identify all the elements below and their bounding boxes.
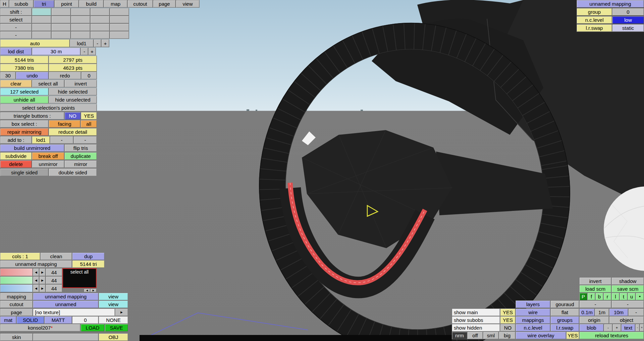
blue-channel-slider[interactable] <box>0 284 33 292</box>
lod-dist-minus[interactable]: - <box>80 48 88 55</box>
lod1-button[interactable]: lod1 <box>70 39 94 47</box>
clean-button[interactable]: clean <box>40 252 72 260</box>
double-sided-button[interactable]: double sided <box>49 168 97 176</box>
red-channel-slider[interactable] <box>0 268 33 276</box>
obj-button[interactable]: OBJ <box>99 333 128 341</box>
shadow-button[interactable]: shadow <box>611 277 644 285</box>
nc-level-button[interactable]: n.c.level <box>516 324 550 332</box>
lod-plus-button[interactable]: + <box>101 39 109 47</box>
invert-button[interactable]: invert <box>64 80 97 88</box>
clear-button[interactable]: clear <box>0 80 32 88</box>
load-scm-button[interactable]: load scm <box>579 285 611 293</box>
mapping-view-button[interactable]: view <box>99 293 128 300</box>
view-t-button[interactable]: t <box>620 293 628 300</box>
nrm-sml-button[interactable]: sml <box>483 332 499 339</box>
select-selections-points-button[interactable]: select selection's points <box>0 104 97 112</box>
menu-tab-tri-active[interactable]: tri <box>34 0 54 8</box>
delete-button[interactable]: delete <box>0 160 32 168</box>
wire-overlay-toggle[interactable]: YES <box>566 332 579 339</box>
red-next-button[interactable]: ► <box>39 268 46 276</box>
view-p-button[interactable]: P <box>579 293 587 300</box>
filename-field[interactable]: konsol207* <box>0 324 80 332</box>
triangle-buttons-yes-toggle[interactable]: YES <box>81 112 97 120</box>
texture-next-button[interactable]: ► <box>115 308 128 316</box>
texture-field[interactable]: [no texture] <box>33 308 115 316</box>
load-button[interactable]: LOAD <box>80 324 105 332</box>
preview-prev-button[interactable]: ◄ <box>84 289 90 292</box>
grid-dash-button[interactable]: - <box>628 308 644 316</box>
origin-button[interactable]: origin <box>579 316 609 324</box>
gouraud-button[interactable]: gouraud <box>550 300 579 308</box>
nc-level-value[interactable]: low <box>612 16 644 24</box>
object-button[interactable]: object <box>609 316 644 324</box>
save-scm-button[interactable]: save scm <box>611 285 644 293</box>
dup-button[interactable]: dup <box>72 252 105 260</box>
texture-preview-box[interactable]: select all <box>62 268 97 288</box>
lod-dist-plus[interactable]: + <box>88 48 96 55</box>
blue-prev-button[interactable]: ◄ <box>33 284 39 292</box>
wire-button[interactable]: wire <box>516 308 550 316</box>
mirror-button[interactable]: mirror <box>64 160 97 168</box>
menu-item-map[interactable]: map <box>104 0 127 8</box>
layers-dash1-button[interactable]: - <box>579 300 611 308</box>
blob-button[interactable]: blob <box>579 324 604 332</box>
green-channel-slider[interactable] <box>0 276 33 284</box>
wire-overlay-button[interactable]: wire overlay <box>516 332 566 339</box>
lr-swap-button[interactable]: l.r.swap <box>550 324 579 332</box>
grid-1m-button[interactable]: 1m <box>595 308 609 316</box>
skin-button[interactable]: skin <box>0 333 33 341</box>
flip-tris-button[interactable]: flip tris <box>64 144 97 152</box>
single-sided-button[interactable]: single sided <box>0 168 49 176</box>
view-u-button[interactable]: u <box>628 293 636 300</box>
menu-item-subob[interactable]: subob <box>9 0 34 8</box>
text-button[interactable]: text <box>621 324 635 332</box>
shift-value-field[interactable] <box>32 8 51 16</box>
flat-button[interactable]: flat <box>550 308 579 316</box>
add-to-lod1-button[interactable]: lod1 <box>32 136 50 144</box>
groups-button[interactable]: groups <box>550 316 579 324</box>
add-to-dash1-button[interactable]: - <box>50 136 73 144</box>
duplicate-button[interactable]: duplicate <box>64 152 97 160</box>
blue-next-button[interactable]: ► <box>39 284 46 292</box>
menu-item-h[interactable]: H <box>0 0 9 8</box>
menu-item-page[interactable]: page <box>153 0 176 8</box>
triangle-buttons-no-toggle[interactable]: NO <box>64 112 81 120</box>
view-f-button[interactable]: f <box>587 293 595 300</box>
nrm-button[interactable]: nrm <box>452 332 467 339</box>
reduce-detail-button[interactable]: reduce detail <box>49 128 97 136</box>
build-unmirrored-button[interactable]: build unmirrored <box>0 144 64 152</box>
show-hidden-toggle[interactable]: NO <box>500 324 516 332</box>
add-to-dash2-button[interactable]: - <box>73 136 97 144</box>
mat-zero-value[interactable]: 0 <box>72 316 99 324</box>
show-main-toggle[interactable]: YES <box>500 308 516 316</box>
box-select-facing-button[interactable]: facing <box>49 120 80 128</box>
text-minus-button[interactable]: - <box>635 324 640 332</box>
cutout-view-button[interactable]: view <box>99 300 128 308</box>
redo-button[interactable]: redo <box>49 72 81 79</box>
hide-selected-button[interactable]: hide selected <box>49 88 97 96</box>
green-next-button[interactable]: ► <box>39 276 46 284</box>
mappings-button[interactable]: mappings <box>516 316 550 324</box>
lod-dist-button[interactable]: lod dist <box>0 48 32 55</box>
grid-10m-button[interactable]: 10m <box>609 308 628 316</box>
blob-minus-button[interactable]: - <box>604 324 612 332</box>
view-r-button[interactable]: r <box>603 293 611 300</box>
menu-item-cutout[interactable]: cutout <box>127 0 153 8</box>
hide-unselected-button[interactable]: hide unselected <box>49 96 97 104</box>
show-subobs-toggle[interactable]: YES <box>500 316 516 324</box>
auto-button[interactable]: auto <box>0 39 70 47</box>
lod-dist-value[interactable]: 30 m <box>32 48 80 55</box>
red-prev-button[interactable]: ◄ <box>33 268 39 276</box>
reload-textures-button[interactable]: reload textures <box>579 332 644 339</box>
blob-plus-button[interactable]: + <box>612 324 621 332</box>
break-off-button[interactable]: break off <box>32 152 64 160</box>
invert-button[interactable]: invert <box>579 277 611 285</box>
cutout-name-button[interactable]: unnamed <box>33 300 99 308</box>
grid-01m-button[interactable]: 0.1m <box>579 308 595 316</box>
unmirror-button[interactable]: unmirror <box>32 160 64 168</box>
view-l-button[interactable]: l <box>611 293 620 300</box>
unhide-all-button[interactable]: unhide all <box>0 96 49 104</box>
view-b-button[interactable]: b <box>595 293 603 300</box>
green-prev-button[interactable]: ◄ <box>33 276 39 284</box>
box-select-all-button[interactable]: all <box>80 120 97 128</box>
